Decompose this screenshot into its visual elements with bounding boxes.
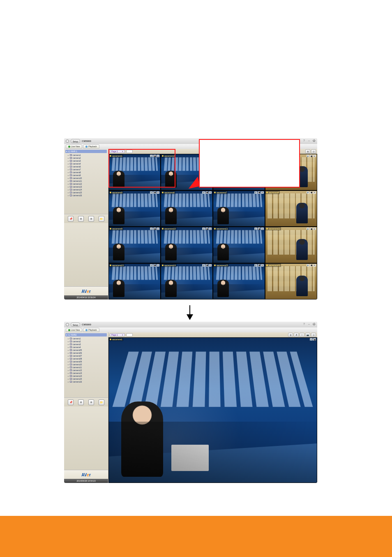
folder-icon[interactable]: 📁 <box>99 399 104 405</box>
expand-icon[interactable]: ▸ <box>68 340 69 343</box>
tree-root-nvr[interactable]: ▾ 🖵 NVR2 <box>65 333 107 337</box>
speaker-icon[interactable]: 🔊 <box>254 191 257 194</box>
close-icon[interactable]: ⏻ <box>312 139 316 142</box>
snapshot-icon[interactable]: ⧉ <box>157 264 159 267</box>
tree-item-camera[interactable]: ▸camera16 <box>68 194 107 197</box>
tree-item-camera[interactable]: ▸camera6 <box>68 165 107 168</box>
speaker-icon[interactable]: 🔊 <box>254 227 257 230</box>
page-select[interactable]: Page 1 ▾ <box>110 150 125 153</box>
camera-cell[interactable]: aacamera6🔊⬤⧉ <box>161 190 213 227</box>
tree-item-camera[interactable]: ▸camera11 <box>68 366 107 369</box>
tab-live-view[interactable]: Live View <box>66 144 82 149</box>
tree-item-camera[interactable]: ▸camera15 <box>68 377 107 380</box>
tree-item-camera[interactable]: ▸camera16 <box>68 380 107 383</box>
monitor-icon[interactable]: 🖥 <box>78 216 84 222</box>
print-icon[interactable]: 🖶 <box>294 333 299 337</box>
speaker-icon[interactable]: 🔊 <box>307 191 309 194</box>
snapshot-icon[interactable]: ⧉ <box>313 191 316 194</box>
record-icon[interactable]: ⬤ <box>153 155 156 157</box>
snapshot-icon[interactable]: ⧉ <box>313 264 316 267</box>
expand-icon[interactable]: ▸ <box>68 180 69 182</box>
expand-icon[interactable]: ▸ <box>68 162 69 165</box>
record-icon[interactable]: ⬤ <box>310 264 313 267</box>
camera-cell[interactable]: aacamera11🔊⬤⧉ <box>213 227 265 263</box>
expand-icon[interactable]: ▸ <box>68 355 69 357</box>
tree-item-camera[interactable]: ▸camera8 <box>68 171 107 174</box>
tree-item-camera[interactable]: ▸camera09 <box>68 360 107 363</box>
tree-item-camera[interactable]: ▸camera15 <box>68 191 107 194</box>
speaker-icon[interactable]: 🔊 <box>150 191 153 194</box>
setup-button[interactable]: Setup <box>71 323 80 327</box>
camera-cell[interactable]: aacamera13🔊⬤⧉ <box>108 263 161 300</box>
help-icon[interactable]: ? <box>302 139 306 142</box>
page-add-button[interactable] <box>126 150 133 153</box>
dual-monitor-icon[interactable]: 🖥 <box>88 216 94 222</box>
snapshot-icon[interactable]: ⧉ <box>261 227 264 230</box>
expand-icon[interactable]: ▸ <box>68 171 69 174</box>
expand-icon[interactable]: ▸ <box>68 369 69 371</box>
expand-icon[interactable]: ▸ <box>68 194 69 197</box>
tree-item-camera[interactable]: ▸camera9 <box>68 174 107 176</box>
expand-icon[interactable]: ▸ <box>68 349 69 351</box>
minimize-icon[interactable]: – <box>307 323 311 326</box>
tree-item-camera[interactable]: ▸camera12 <box>68 369 107 371</box>
tree-item-camera[interactable]: ▸camera13 <box>68 371 107 374</box>
expand-icon[interactable]: ▸ <box>68 168 69 171</box>
tree-item-camera[interactable]: ▸camera2 <box>68 340 107 343</box>
folder-icon[interactable]: 📁 <box>99 216 104 222</box>
tree-item-camera[interactable]: ▸camera4 <box>68 162 107 165</box>
monitor-icon[interactable]: 🖥 <box>78 399 84 405</box>
expand-icon[interactable]: ▸ <box>68 337 69 340</box>
expand-icon[interactable]: ▸ <box>68 183 69 185</box>
tab-playback[interactable]: Playback <box>83 328 99 332</box>
camera-cell[interactable]: aacamera12🔊⬤⧉ <box>265 227 317 263</box>
record-icon[interactable]: ⬤ <box>205 264 208 267</box>
expand-icon[interactable]: ▸ <box>68 363 69 366</box>
record-icon[interactable]: ⬤ <box>258 264 261 267</box>
setup-button[interactable]: Setup <box>71 139 80 143</box>
expand-icon[interactable]: ▸ <box>68 186 69 188</box>
layout-icon[interactable]: ▦ <box>305 149 310 153</box>
camera-cell[interactable]: aacamera10🔊⬤⧉ <box>161 227 213 263</box>
tree-item-camera[interactable]: ▸camera1 <box>68 337 107 340</box>
speaker-icon[interactable]: 🔊 <box>254 264 257 267</box>
collapse-icon[interactable]: ▾ <box>66 150 67 153</box>
snapshot-icon[interactable]: ⧉ <box>157 191 159 194</box>
record-icon[interactable]: ⬤ <box>310 191 313 194</box>
speaker-icon[interactable]: 🔊 <box>202 227 205 230</box>
expand-icon[interactable]: ▸ <box>68 188 69 191</box>
tree-item-camera[interactable]: ▸camera10 <box>68 363 107 366</box>
camera-cell[interactable]: aacamera1🔊⬤ <box>108 337 317 483</box>
settings-icon[interactable]: ▤ <box>311 149 316 153</box>
snapshot-icon[interactable]: ⧉ <box>313 155 316 157</box>
device-tree[interactable]: ▾ 🖵 NVR 1 ▸camera1▸camera2▸camera3▸camer… <box>64 149 108 214</box>
snapshot-icon[interactable]: ⧉ <box>209 191 212 194</box>
expand-icon[interactable]: ▸ <box>68 378 69 380</box>
tab-live-view[interactable]: Live View <box>66 328 82 332</box>
camera-cell[interactable]: aacamera8🔊⬤⧉ <box>265 190 317 227</box>
camera-cell[interactable]: aacamera7🔊⬤⧉ <box>213 190 265 227</box>
tab-playback[interactable]: Playback <box>83 144 99 149</box>
page-select[interactable]: Page 1 ▾ <box>110 333 125 337</box>
expand-icon[interactable]: ▸ <box>68 357 69 360</box>
thumbtack-icon[interactable]: 📌 <box>68 399 74 405</box>
expand-icon[interactable]: ▸ <box>68 346 69 348</box>
snapshot-icon[interactable]: ⧉ <box>261 191 264 194</box>
tree-item-camera[interactable]: ▸camera1 <box>68 153 107 156</box>
tree-item-camera[interactable]: ▸camera4 <box>68 346 107 348</box>
snapshot-icon[interactable]: ⧉ <box>209 264 212 267</box>
speaker-icon[interactable]: 🔊 <box>150 155 153 157</box>
tree-item-camera[interactable]: ▸camera14 <box>68 374 107 377</box>
record-icon[interactable]: ⬤ <box>310 227 313 230</box>
speaker-icon[interactable]: 🔊 <box>307 227 309 230</box>
record-icon[interactable]: ⬤ <box>310 155 313 157</box>
speaker-icon[interactable]: 🔊 <box>310 338 313 341</box>
expand-icon[interactable]: ▸ <box>68 375 69 377</box>
snapshot-icon[interactable]: ⧉ <box>157 155 159 157</box>
record-icon[interactable]: ⬤ <box>313 338 316 341</box>
expand-icon[interactable]: ▸ <box>68 352 69 354</box>
snapshot-icon[interactable]: ⧉ <box>157 227 159 230</box>
expand-icon[interactable]: ▸ <box>68 381 69 383</box>
tree-item-camera[interactable]: ▸camera05 <box>68 348 107 351</box>
camera-cell[interactable]: aacamera15🔊⬤⧉ <box>213 263 265 300</box>
